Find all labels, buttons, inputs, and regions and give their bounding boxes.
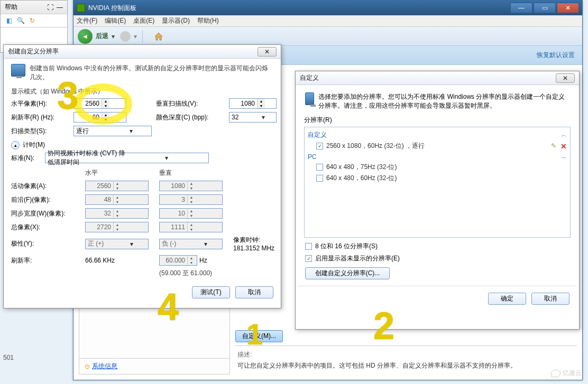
total-h-input: ▲▼	[85, 222, 149, 232]
custom-dialog-title: 自定义	[300, 73, 319, 82]
checkbox[interactable]	[305, 243, 312, 250]
toolbar: ◄ 后退 ▾ ▾	[74, 27, 582, 46]
nav-forward-button[interactable]	[120, 31, 131, 42]
v-lines-label: 垂直扫描线(V):	[156, 99, 225, 108]
cloud-icon	[551, 370, 561, 377]
custom-cancel-button[interactable]: 取消	[531, 293, 569, 305]
item-label: 2560 x 1080，60Hz (32-位) ，逐行	[326, 142, 425, 151]
color-depth-label: 颜色深度(C) (bpp):	[156, 113, 225, 122]
test-button[interactable]: 测试(T)	[192, 286, 230, 298]
standard-combo[interactable]: 协同视频计时标准 (CVT) 降低清屏时间▾	[45, 153, 209, 163]
delete-icon[interactable]: ✕	[561, 142, 567, 151]
custom-resolution-dialog: 自定义 ✕ 选择您要添加的分辨率。您可以为不使用标准 Windiows 分辨率的…	[295, 71, 580, 330]
maximize-button[interactable]: ▭	[534, 3, 556, 13]
customize-button[interactable]: 自定义(M)...	[235, 330, 283, 342]
watermark: 亿速云	[551, 369, 582, 378]
list-item[interactable]: 640 x 480，75Hz (32-位)	[308, 162, 567, 173]
timing-label: 计时(M)	[23, 141, 45, 149]
tool-icon-3[interactable]: ↻	[28, 16, 36, 25]
resolution-list[interactable]: 自定义︿ 2560 x 1080，60Hz (32-位) ，逐行 ✎ ✕ PC︿…	[304, 127, 571, 238]
menu-desktop[interactable]: 桌面(E)	[133, 16, 154, 25]
list-item[interactable]: 2560 x 1080，60Hz (32-位) ，逐行 ✎ ✕	[308, 141, 567, 152]
bg-number: 501	[0, 352, 17, 363]
collapse-icon[interactable]: ︿	[561, 131, 567, 139]
create-dialog-title: 创建自定义分辨率	[8, 47, 59, 56]
nav-back-dropdown-icon[interactable]: ▾	[112, 33, 115, 40]
create-dialog-close-button[interactable]: ✕	[258, 47, 277, 57]
sync-v-input: ▲▼	[159, 208, 223, 219]
refresh-h-value: 66.66 KHz	[85, 257, 149, 264]
opt-8-16-bit[interactable]: 8 位和 16 位分辨率(S)	[305, 242, 569, 251]
menu-edit[interactable]: 编辑(E)	[105, 16, 126, 25]
titlebar[interactable]: NVIDIA 控制面板 — ▭ ✕	[74, 1, 582, 15]
tool-icon-2[interactable]: 🔍	[16, 16, 25, 25]
refresh2-label: 刷新率:	[11, 256, 75, 265]
close-button[interactable]: ✕	[557, 3, 579, 13]
front-porch-label: 前沿(F)(像素):	[11, 195, 75, 204]
bg-expand-icon[interactable]: ⛶	[47, 4, 53, 11]
checkbox[interactable]	[316, 164, 323, 171]
v-lines-input[interactable]: ▲▼	[229, 98, 277, 109]
refresh-input[interactable]: ▲▼	[74, 112, 126, 123]
color-depth-combo[interactable]: 32▾	[229, 112, 277, 123]
monitor-icon	[305, 92, 314, 105]
group-custom[interactable]: 自定义︿	[308, 130, 567, 139]
menu-display[interactable]: 显示器(D)	[162, 16, 190, 25]
window-title: NVIDIA 控制面板	[88, 4, 136, 13]
system-info-link[interactable]: 系统信息	[92, 362, 117, 371]
sync-width-label: 同步宽度(W)(像素):	[11, 209, 75, 218]
scan-type-combo[interactable]: 逐行▾	[74, 126, 152, 136]
polarity-v-combo: 负 (-)▾	[159, 239, 223, 249]
bg-menu: 帮助 ⛶ —	[1, 1, 67, 14]
bg-minus-icon[interactable]: —	[57, 4, 63, 11]
menubar: 文件(F) 编辑(E) 桌面(E) 显示器(D) 帮助(H)	[74, 15, 582, 27]
collapse-icon[interactable]: ︿	[561, 153, 567, 161]
create-cancel-button[interactable]: 取消	[235, 286, 273, 298]
edit-icon[interactable]: ✎	[551, 142, 556, 151]
create-intro-text: 创建当前 Windows 中没有的分辨率。测试新的自定义分辨率时您的显示器可能会…	[30, 64, 273, 82]
scan-type-label: 扫描类型(S):	[11, 127, 69, 136]
polarity-label: 极性(Y):	[11, 239, 75, 248]
description-label: 描述:	[237, 350, 575, 359]
minimize-button[interactable]: —	[510, 3, 532, 13]
monitor-icon	[11, 64, 25, 77]
custom-intro-text: 选择您要添加的分辨率。您可以为不使用标准 Windiows 分辨率的显示器创建一…	[318, 92, 569, 110]
system-info-link-row: ⊙ 系统信息	[79, 358, 229, 374]
front-v-input: ▲▼	[159, 194, 223, 205]
refresh-label: 刷新率(R) (Hz):	[11, 113, 69, 122]
timing-collapse-toggle[interactable]: ▴	[11, 141, 20, 149]
tool-icon-1[interactable]: ◧	[5, 16, 13, 25]
nav-fwd-dropdown-icon[interactable]: ▾	[134, 33, 137, 40]
opt-enable-hidden[interactable]: 启用显示器未显示的分辨率(E)	[305, 254, 569, 263]
description-text: 可让您自定义分辨率列表中的项目。这可包括 HD 分辨率、自定义分辨率和显示器不支…	[237, 361, 575, 370]
create-dialog-titlebar[interactable]: 创建自定义分辨率 ✕	[4, 45, 281, 59]
menu-help[interactable]: 帮助(H)	[197, 16, 219, 25]
active-h-input: ▲▼	[85, 181, 149, 191]
create-custom-res-button[interactable]: 创建自定义分辨率(C)...	[305, 267, 390, 279]
group-pc[interactable]: PC︿	[308, 153, 567, 161]
custom-dialog-titlebar[interactable]: 自定义 ✕	[296, 71, 579, 85]
total-pixels-label: 总像素(X):	[11, 223, 75, 232]
h-pixels-input[interactable]: ▲▼	[74, 98, 126, 109]
description-box: 描述: 可让您自定义分辨率列表中的项目。这可包括 HD 分辨率、自定义分辨率和显…	[235, 345, 577, 374]
refresh-range: (59.000 至 61.000)	[159, 269, 307, 278]
hz-label: Hz	[199, 257, 207, 264]
nav-back-button[interactable]: ◄	[78, 29, 93, 44]
menu-file[interactable]: 文件(F)	[77, 16, 97, 25]
restore-defaults-link[interactable]: 恢复默认设置	[537, 51, 575, 60]
bg-help-menu[interactable]: 帮助	[5, 3, 17, 12]
active-pixels-label: 活动像素(A):	[11, 182, 75, 191]
item-label: 640 x 480，75Hz (32-位)	[326, 163, 397, 172]
checkbox[interactable]	[305, 255, 312, 262]
checkbox[interactable]	[316, 175, 323, 182]
checkbox[interactable]	[316, 143, 323, 149]
custom-dialog-close-button[interactable]: ✕	[556, 73, 575, 83]
ok-button[interactable]: 确定	[488, 293, 526, 305]
refresh-v-input: ▲▼	[159, 255, 197, 266]
create-resolution-dialog: 创建自定义分辨率 ✕ 创建当前 Windows 中没有的分辨率。测试新的自定义分…	[3, 44, 281, 308]
home-button[interactable]	[152, 30, 165, 43]
list-item[interactable]: 640 x 480，60Hz (32-位)	[308, 173, 567, 184]
item-label: 640 x 480，60Hz (32-位)	[326, 174, 397, 183]
nav-back-label: 后退	[96, 32, 108, 41]
h-pixels-label: 水平像素(H):	[11, 99, 69, 108]
